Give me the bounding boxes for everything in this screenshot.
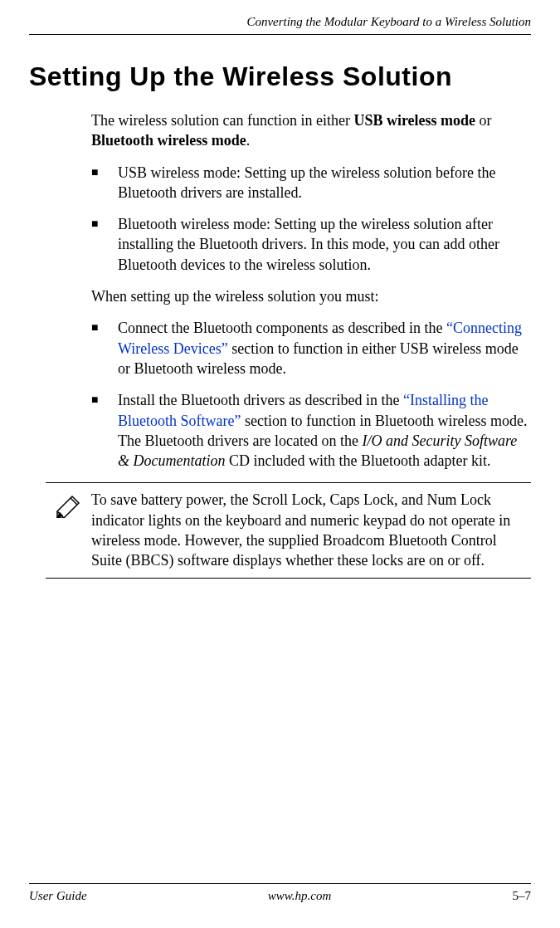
page: Converting the Modular Keyboard to a Wir… [0,0,560,928]
content-body: The wireless solution can function in ei… [29,110,531,579]
paragraph-2: When setting up the wireless solution yo… [91,286,531,306]
page-title: Setting Up the Wireless Solution [29,61,531,92]
footer-center: www.hp.com [268,889,331,903]
footer-left: User Guide [29,889,87,903]
bullet-list-2: ■ Connect the Bluetooth components as de… [91,318,531,471]
list-item: ■ Connect the Bluetooth components as de… [91,318,531,379]
intro-suffix: . [246,132,251,149]
note-pencil-icon [46,490,91,570]
intro-mid: or [475,112,492,129]
header-title: Converting the Modular Keyboard to a Wir… [246,15,531,28]
page-footer: User Guide www.hp.com 5–7 [29,883,531,903]
bullet-list-1: ■ USB wireless mode: Setting up the wire… [91,163,531,275]
bullet-text: USB wireless mode: Setting up the wirele… [118,163,531,203]
footer-right: 5–7 [512,889,531,903]
page-header: Converting the Modular Keyboard to a Wir… [29,0,531,35]
square-bullet-icon: ■ [91,318,118,379]
note-block: To save battery power, the Scroll Lock, … [46,482,531,578]
list-item: ■ Bluetooth wireless mode: Setting up th… [91,214,531,275]
bullet3-prefix: Connect the Bluetooth components as desc… [118,320,446,336]
note-text: To save battery power, the Scroll Lock, … [91,490,531,570]
intro-prefix: The wireless solution can function in ei… [91,112,353,129]
list-item: ■ USB wireless mode: Setting up the wire… [91,163,531,203]
bullet4-prefix: Install the Bluetooth drivers as describ… [118,392,403,408]
square-bullet-icon: ■ [91,390,118,471]
intro-paragraph: The wireless solution can function in ei… [91,110,531,151]
list-item: ■ Install the Bluetooth drivers as descr… [91,390,531,471]
square-bullet-icon: ■ [91,214,118,275]
bullet-text: Bluetooth wireless mode: Setting up the … [118,214,531,275]
bullet-text: Install the Bluetooth drivers as describ… [118,390,531,471]
bullet4-suffix: CD included with the Bluetooth adapter k… [225,452,490,469]
square-bullet-icon: ■ [91,163,118,203]
intro-bold-2: Bluetooth wireless mode [91,132,246,149]
bullet-text: Connect the Bluetooth components as desc… [118,318,531,379]
intro-bold-1: USB wireless mode [353,112,475,129]
